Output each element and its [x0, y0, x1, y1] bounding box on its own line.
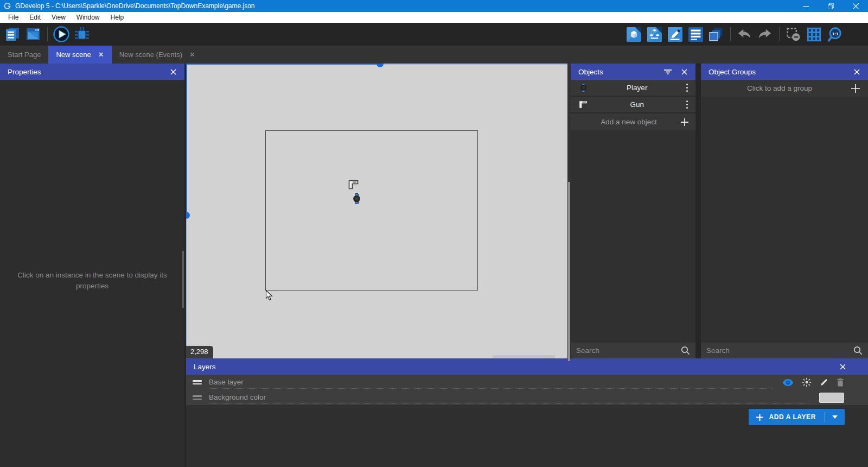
- window-title: GDevelop 5 - C:\Users\Sparkle\OneDrive\D…: [15, 2, 255, 10]
- scrollbar-thumb[interactable]: [568, 182, 570, 361]
- tab-start-page[interactable]: Start Page: [0, 46, 48, 64]
- properties-panel-title: Properties: [8, 68, 41, 76]
- toolbar-separator: [730, 27, 731, 41]
- add-group-row[interactable]: Click to add a group: [701, 80, 868, 97]
- layers-panel: Layers: [186, 358, 868, 467]
- zoom-1-1-icon[interactable]: 1:1: [826, 26, 843, 43]
- object-row-player[interactable]: Player: [571, 80, 695, 97]
- objects-search-bar: [571, 343, 695, 358]
- properties-panel: Properties Click on an instance in the s…: [0, 64, 184, 467]
- open-properties-icon[interactable]: [666, 26, 684, 43]
- main-area: Properties Click on an instance in the s…: [0, 64, 868, 467]
- layer-name-field[interactable]: [209, 376, 773, 389]
- close-icon[interactable]: [853, 68, 860, 75]
- menu-edit[interactable]: Edit: [24, 12, 46, 23]
- object-name: Player: [590, 84, 684, 92]
- layer-delete-trash-icon[interactable]: [837, 378, 844, 387]
- gdevelop-window: GDevelop 5 - C:\Users\Sparkle\OneDrive\D…: [0, 0, 868, 467]
- add-new-object-row[interactable]: Add a new object: [571, 113, 695, 130]
- gun-instance[interactable]: [348, 180, 359, 190]
- plus-icon[interactable]: [851, 84, 860, 93]
- close-button[interactable]: [843, 0, 868, 12]
- canvas-bottom-scrollbar-thumb[interactable]: [493, 355, 555, 358]
- close-icon[interactable]: [169, 68, 177, 75]
- tab-new-scene-events[interactable]: New scene (Events) ✕: [112, 46, 203, 64]
- groups-search-bar: [701, 343, 868, 358]
- objects-panel-header: Objects: [571, 64, 695, 80]
- player-instance[interactable]: [353, 193, 361, 204]
- toolbar-separator: [47, 27, 48, 41]
- menu-file[interactable]: File: [3, 12, 24, 23]
- project-manager-icon[interactable]: [4, 26, 21, 43]
- object-row-gun[interactable]: Gun: [571, 97, 695, 113]
- groups-search-input[interactable]: [706, 346, 853, 355]
- objects-panel: Objects: [571, 64, 695, 358]
- add-new-object-label: Add a new object: [577, 118, 680, 126]
- drag-handle-icon[interactable]: [193, 395, 202, 400]
- gdevelop-logo-icon: [4, 2, 11, 10]
- open-instances-list-icon[interactable]: [687, 26, 704, 43]
- close-icon[interactable]: [680, 68, 688, 75]
- plus-icon: [756, 413, 764, 421]
- toolbar-separator: [779, 27, 780, 41]
- layer-row-base[interactable]: [186, 375, 868, 390]
- open-object-groups-editor-icon[interactable]: [646, 26, 663, 43]
- properties-empty-hint: Click on an instance in the scene to dis…: [14, 270, 171, 292]
- canvas-vscroll-track: [186, 64, 187, 358]
- object-menu-icon[interactable]: [684, 84, 691, 92]
- tab-close-icon[interactable]: ✕: [98, 51, 104, 58]
- editor-tabbar: Start Page New scene ✕ New scene (Events…: [0, 46, 868, 64]
- scene-canvas[interactable]: 2,298: [186, 64, 567, 358]
- plus-icon[interactable]: [680, 118, 689, 127]
- canvas-vscroll-dot[interactable]: [186, 212, 190, 219]
- grid-icon[interactable]: [805, 26, 822, 43]
- filter-icon[interactable]: [664, 68, 672, 75]
- menu-help[interactable]: Help: [105, 12, 130, 23]
- menubar: File Edit View Window Help: [0, 12, 868, 23]
- background-color-swatch[interactable]: [819, 393, 844, 403]
- capture-mask-icon[interactable]: [784, 26, 802, 43]
- menu-window[interactable]: Window: [71, 12, 105, 23]
- scene-editor-icon[interactable]: [24, 26, 42, 43]
- tab-label: New scene: [56, 51, 91, 59]
- add-layer-label: ADD A LAYER: [769, 413, 816, 421]
- layer-name-field[interactable]: [209, 391, 809, 404]
- play-preview-icon[interactable]: [53, 26, 70, 43]
- scrollbar-thumb[interactable]: [182, 251, 184, 308]
- objects-panel-title: Objects: [578, 68, 603, 76]
- tab-new-scene[interactable]: New scene ✕: [48, 46, 111, 64]
- chevron-down-icon[interactable]: [825, 415, 845, 419]
- mouse-cursor: [265, 290, 273, 301]
- open-objects-editor-icon[interactable]: [625, 26, 642, 43]
- titlebar: GDevelop 5 - C:\Users\Sparkle\OneDrive\D…: [0, 0, 868, 12]
- tab-label: Start Page: [8, 51, 41, 59]
- objects-search-input[interactable]: [576, 346, 681, 355]
- canvas-right-scrollbar: [567, 64, 571, 358]
- drag-handle-icon[interactable]: [193, 380, 202, 384]
- object-groups-panel-header: Object Groups: [701, 64, 868, 80]
- object-groups-panel-title: Object Groups: [709, 68, 756, 76]
- open-layers-editor-icon[interactable]: [707, 26, 725, 43]
- properties-panel-body: Click on an instance in the scene to dis…: [0, 80, 184, 467]
- add-group-label: Click to add a group: [709, 84, 851, 92]
- redo-icon[interactable]: [756, 26, 774, 43]
- main-toolbar: 1:1: [0, 23, 868, 46]
- layer-row-background-color[interactable]: [186, 390, 868, 405]
- layer-edit-pencil-icon[interactable]: [820, 378, 828, 387]
- add-layer-button[interactable]: ADD A LAYER: [749, 409, 845, 425]
- undo-icon[interactable]: [736, 26, 753, 43]
- object-groups-panel: Object Groups Click to add a group: [701, 64, 868, 358]
- object-menu-icon[interactable]: [684, 100, 691, 109]
- debug-icon[interactable]: [73, 26, 91, 43]
- layer-effects-icon[interactable]: [802, 377, 812, 387]
- canvas-hscroll-dot[interactable]: [376, 64, 384, 67]
- object-name: Gun: [590, 100, 684, 109]
- layers-panel-title: Layers: [194, 363, 216, 371]
- minimize-button[interactable]: [793, 0, 818, 12]
- restore-button[interactable]: [818, 0, 843, 12]
- tab-close-icon[interactable]: ✕: [189, 51, 195, 58]
- menu-view[interactable]: View: [46, 12, 71, 23]
- close-icon[interactable]: [839, 363, 846, 370]
- tab-label: New scene (Events): [119, 51, 182, 59]
- visibility-eye-icon[interactable]: [782, 378, 794, 387]
